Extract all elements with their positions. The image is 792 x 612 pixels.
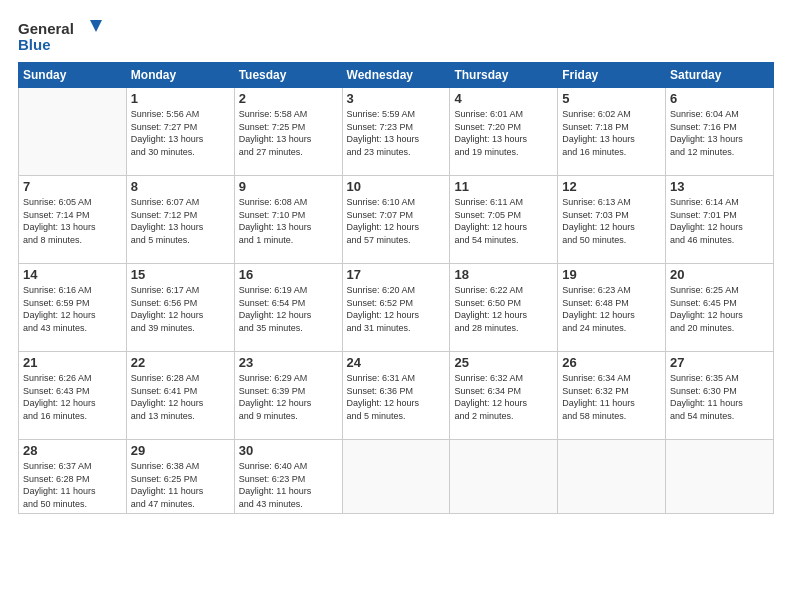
day-number: 28 — [23, 443, 122, 458]
calendar-cell: 5Sunrise: 6:02 AM Sunset: 7:18 PM Daylig… — [558, 88, 666, 176]
day-number: 8 — [131, 179, 230, 194]
day-info: Sunrise: 6:32 AM Sunset: 6:34 PM Dayligh… — [454, 372, 553, 422]
day-info: Sunrise: 6:02 AM Sunset: 7:18 PM Dayligh… — [562, 108, 661, 158]
calendar-cell: 9Sunrise: 6:08 AM Sunset: 7:10 PM Daylig… — [234, 176, 342, 264]
calendar-cell: 4Sunrise: 6:01 AM Sunset: 7:20 PM Daylig… — [450, 88, 558, 176]
calendar-cell: 14Sunrise: 6:16 AM Sunset: 6:59 PM Dayli… — [19, 264, 127, 352]
calendar-cell: 17Sunrise: 6:20 AM Sunset: 6:52 PM Dayli… — [342, 264, 450, 352]
day-info: Sunrise: 6:37 AM Sunset: 6:28 PM Dayligh… — [23, 460, 122, 510]
day-number: 7 — [23, 179, 122, 194]
day-number: 17 — [347, 267, 446, 282]
calendar-page: General Blue Sunday Monday Tuesday Wedne… — [0, 0, 792, 612]
day-info: Sunrise: 6:10 AM Sunset: 7:07 PM Dayligh… — [347, 196, 446, 246]
day-info: Sunrise: 6:16 AM Sunset: 6:59 PM Dayligh… — [23, 284, 122, 334]
logo-svg: General Blue — [18, 18, 108, 54]
day-info: Sunrise: 5:56 AM Sunset: 7:27 PM Dayligh… — [131, 108, 230, 158]
calendar-cell: 20Sunrise: 6:25 AM Sunset: 6:45 PM Dayli… — [666, 264, 774, 352]
col-friday: Friday — [558, 63, 666, 88]
calendar-cell: 12Sunrise: 6:13 AM Sunset: 7:03 PM Dayli… — [558, 176, 666, 264]
calendar-cell: 16Sunrise: 6:19 AM Sunset: 6:54 PM Dayli… — [234, 264, 342, 352]
calendar-cell: 27Sunrise: 6:35 AM Sunset: 6:30 PM Dayli… — [666, 352, 774, 440]
day-number: 2 — [239, 91, 338, 106]
day-number: 20 — [670, 267, 769, 282]
day-number: 10 — [347, 179, 446, 194]
day-info: Sunrise: 6:35 AM Sunset: 6:30 PM Dayligh… — [670, 372, 769, 422]
day-info: Sunrise: 6:07 AM Sunset: 7:12 PM Dayligh… — [131, 196, 230, 246]
day-number: 11 — [454, 179, 553, 194]
calendar-cell: 19Sunrise: 6:23 AM Sunset: 6:48 PM Dayli… — [558, 264, 666, 352]
calendar-cell: 26Sunrise: 6:34 AM Sunset: 6:32 PM Dayli… — [558, 352, 666, 440]
day-info: Sunrise: 6:14 AM Sunset: 7:01 PM Dayligh… — [670, 196, 769, 246]
svg-text:Blue: Blue — [18, 36, 51, 53]
day-number: 26 — [562, 355, 661, 370]
col-wednesday: Wednesday — [342, 63, 450, 88]
day-info: Sunrise: 6:22 AM Sunset: 6:50 PM Dayligh… — [454, 284, 553, 334]
day-info: Sunrise: 6:26 AM Sunset: 6:43 PM Dayligh… — [23, 372, 122, 422]
calendar-cell: 30Sunrise: 6:40 AM Sunset: 6:23 PM Dayli… — [234, 440, 342, 514]
day-number: 27 — [670, 355, 769, 370]
calendar-cell: 18Sunrise: 6:22 AM Sunset: 6:50 PM Dayli… — [450, 264, 558, 352]
day-number: 21 — [23, 355, 122, 370]
calendar-header-row: Sunday Monday Tuesday Wednesday Thursday… — [19, 63, 774, 88]
day-info: Sunrise: 6:28 AM Sunset: 6:41 PM Dayligh… — [131, 372, 230, 422]
calendar-cell: 29Sunrise: 6:38 AM Sunset: 6:25 PM Dayli… — [126, 440, 234, 514]
day-number: 16 — [239, 267, 338, 282]
day-number: 9 — [239, 179, 338, 194]
day-number: 12 — [562, 179, 661, 194]
calendar-cell: 28Sunrise: 6:37 AM Sunset: 6:28 PM Dayli… — [19, 440, 127, 514]
calendar-cell — [450, 440, 558, 514]
calendar-cell: 10Sunrise: 6:10 AM Sunset: 7:07 PM Dayli… — [342, 176, 450, 264]
calendar-cell: 21Sunrise: 6:26 AM Sunset: 6:43 PM Dayli… — [19, 352, 127, 440]
calendar-cell — [342, 440, 450, 514]
calendar-cell: 6Sunrise: 6:04 AM Sunset: 7:16 PM Daylig… — [666, 88, 774, 176]
day-number: 3 — [347, 91, 446, 106]
calendar-cell: 13Sunrise: 6:14 AM Sunset: 7:01 PM Dayli… — [666, 176, 774, 264]
svg-text:General: General — [18, 20, 74, 37]
col-saturday: Saturday — [666, 63, 774, 88]
day-number: 18 — [454, 267, 553, 282]
day-info: Sunrise: 6:13 AM Sunset: 7:03 PM Dayligh… — [562, 196, 661, 246]
calendar-cell: 3Sunrise: 5:59 AM Sunset: 7:23 PM Daylig… — [342, 88, 450, 176]
col-sunday: Sunday — [19, 63, 127, 88]
day-number: 14 — [23, 267, 122, 282]
day-info: Sunrise: 6:38 AM Sunset: 6:25 PM Dayligh… — [131, 460, 230, 510]
day-number: 22 — [131, 355, 230, 370]
logo: General Blue — [18, 18, 108, 54]
day-number: 15 — [131, 267, 230, 282]
calendar-cell: 23Sunrise: 6:29 AM Sunset: 6:39 PM Dayli… — [234, 352, 342, 440]
day-info: Sunrise: 6:04 AM Sunset: 7:16 PM Dayligh… — [670, 108, 769, 158]
col-tuesday: Tuesday — [234, 63, 342, 88]
calendar-cell: 24Sunrise: 6:31 AM Sunset: 6:36 PM Dayli… — [342, 352, 450, 440]
day-info: Sunrise: 5:58 AM Sunset: 7:25 PM Dayligh… — [239, 108, 338, 158]
day-number: 30 — [239, 443, 338, 458]
header: General Blue — [18, 18, 774, 54]
calendar-cell: 22Sunrise: 6:28 AM Sunset: 6:41 PM Dayli… — [126, 352, 234, 440]
day-number: 4 — [454, 91, 553, 106]
day-info: Sunrise: 6:20 AM Sunset: 6:52 PM Dayligh… — [347, 284, 446, 334]
day-info: Sunrise: 6:08 AM Sunset: 7:10 PM Dayligh… — [239, 196, 338, 246]
day-number: 24 — [347, 355, 446, 370]
calendar-cell — [19, 88, 127, 176]
day-info: Sunrise: 6:25 AM Sunset: 6:45 PM Dayligh… — [670, 284, 769, 334]
day-number: 23 — [239, 355, 338, 370]
day-number: 5 — [562, 91, 661, 106]
day-info: Sunrise: 6:05 AM Sunset: 7:14 PM Dayligh… — [23, 196, 122, 246]
day-info: Sunrise: 6:17 AM Sunset: 6:56 PM Dayligh… — [131, 284, 230, 334]
day-number: 25 — [454, 355, 553, 370]
day-info: Sunrise: 6:19 AM Sunset: 6:54 PM Dayligh… — [239, 284, 338, 334]
calendar-table: Sunday Monday Tuesday Wednesday Thursday… — [18, 62, 774, 514]
col-monday: Monday — [126, 63, 234, 88]
day-number: 19 — [562, 267, 661, 282]
day-info: Sunrise: 6:34 AM Sunset: 6:32 PM Dayligh… — [562, 372, 661, 422]
svg-marker-2 — [90, 20, 102, 32]
calendar-cell: 1Sunrise: 5:56 AM Sunset: 7:27 PM Daylig… — [126, 88, 234, 176]
day-info: Sunrise: 6:23 AM Sunset: 6:48 PM Dayligh… — [562, 284, 661, 334]
day-info: Sunrise: 6:01 AM Sunset: 7:20 PM Dayligh… — [454, 108, 553, 158]
day-info: Sunrise: 6:11 AM Sunset: 7:05 PM Dayligh… — [454, 196, 553, 246]
day-info: Sunrise: 6:31 AM Sunset: 6:36 PM Dayligh… — [347, 372, 446, 422]
day-number: 29 — [131, 443, 230, 458]
day-number: 13 — [670, 179, 769, 194]
calendar-cell: 2Sunrise: 5:58 AM Sunset: 7:25 PM Daylig… — [234, 88, 342, 176]
calendar-cell: 25Sunrise: 6:32 AM Sunset: 6:34 PM Dayli… — [450, 352, 558, 440]
calendar-cell — [558, 440, 666, 514]
